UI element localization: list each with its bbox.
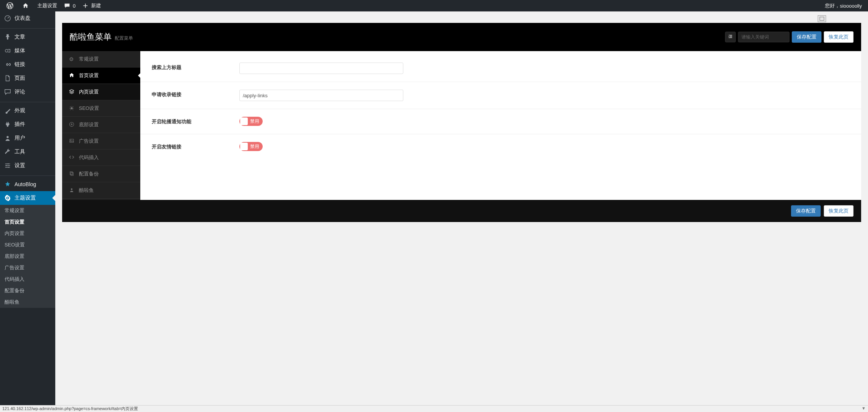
menu-comments[interactable]: 评论 xyxy=(0,85,55,99)
field-search-title-label: 搜索上方标题 xyxy=(152,63,239,74)
nav-coolfish[interactable]: 酷啦鱼 xyxy=(62,182,140,199)
options-title: 酷啦鱼菜单 xyxy=(70,31,112,43)
wp-adminbar: 主题设置 0 新建 您好， siooooolly xyxy=(0,0,868,11)
submenu-inner[interactable]: 内页设置 xyxy=(0,228,55,239)
submenu-general[interactable]: 常规设置 xyxy=(0,205,55,216)
enable-friendlinks-toggle[interactable]: 禁用 xyxy=(239,142,263,151)
expand-all-button[interactable] xyxy=(725,32,736,42)
person-icon xyxy=(69,187,75,194)
nav-ads[interactable]: 广告设置 xyxy=(62,133,140,150)
save-button-bottom[interactable]: 保存配置 xyxy=(791,205,821,217)
menu-dashboard[interactable]: 仪表盘 xyxy=(0,11,55,25)
nav-footer[interactable]: 底部设置 xyxy=(62,117,140,133)
menu-media[interactable]: 媒体 xyxy=(0,44,55,58)
indent-icon xyxy=(728,34,733,40)
nav-code[interactable]: 代码插入 xyxy=(62,150,140,166)
scroll-indicator: ▼ xyxy=(862,406,866,412)
nav-inner-label: 内页设置 xyxy=(79,89,99,95)
home-icon xyxy=(22,2,29,10)
options-content: 搜索上方标题 申请收录链接 开启轮播通知功能 禁用 xyxy=(140,51,861,200)
submenu-footer[interactable]: 底部设置 xyxy=(0,251,55,262)
nav-home[interactable]: 首页设置 xyxy=(62,68,140,84)
menu-theme-options-label: 主题设置 xyxy=(14,195,36,201)
media-icon xyxy=(4,47,11,55)
svg-point-6 xyxy=(71,107,73,109)
menu-settings[interactable]: 设置 xyxy=(0,159,55,172)
options-nav: ⚙常规设置 首页设置 内页设置 SEO设置 底部设置 广告设置 代码插入 配置备… xyxy=(62,51,140,200)
toggle-state-label: 禁用 xyxy=(248,143,262,150)
submenu-home[interactable]: 首页设置 xyxy=(0,216,55,228)
pin-icon xyxy=(4,33,11,41)
field-search-title: 搜索上方标题 xyxy=(140,55,861,82)
nav-backup-label: 配置备份 xyxy=(79,171,99,177)
menu-pages[interactable]: 页面 xyxy=(0,71,55,85)
wp-admin-sidebar: 仪表盘 文章 媒体 链接 页面 评论 外观 插件 用户 工具 设置 AutoBl… xyxy=(0,11,55,412)
svg-point-3 xyxy=(8,163,9,164)
menu-appearance[interactable]: 外观 xyxy=(0,104,55,117)
nav-general[interactable]: ⚙常规设置 xyxy=(62,51,140,68)
menu-users-label: 用户 xyxy=(14,135,25,142)
menu-appearance-label: 外观 xyxy=(14,107,25,114)
field-enable-friendlinks: 开启友情链接 禁用 xyxy=(140,134,861,159)
menu-autoblog[interactable]: AutoBlog xyxy=(0,177,55,191)
menu-theme-options[interactable]: 主题设置 xyxy=(0,191,55,205)
nav-backup[interactable]: 配置备份 xyxy=(62,166,140,182)
nav-seo[interactable]: SEO设置 xyxy=(62,100,140,117)
theme-options-submenu: 常规设置 首页设置 内页设置 SEO设置 底部设置 广告设置 代码插入 配置备份… xyxy=(0,205,55,308)
site-home[interactable] xyxy=(19,0,34,11)
options-header: 酷啦鱼菜单 配置菜单 保存配置 恢复此页 xyxy=(62,23,861,51)
submenu-seo[interactable]: SEO设置 xyxy=(0,239,55,251)
menu-separator xyxy=(0,27,55,29)
wordpress-icon xyxy=(6,2,14,10)
nav-footer-label: 底部设置 xyxy=(79,121,99,128)
menu-plugins[interactable]: 插件 xyxy=(0,117,55,131)
menu-comments-label: 评论 xyxy=(14,89,25,95)
nav-seo-label: SEO设置 xyxy=(79,105,99,112)
save-button-top[interactable]: 保存配置 xyxy=(792,31,821,43)
submenu-coolfish[interactable]: 酷啦鱼 xyxy=(0,296,55,308)
svg-point-2 xyxy=(6,136,8,138)
svg-point-5 xyxy=(8,167,10,168)
options-search-input[interactable] xyxy=(738,32,789,42)
greeting-username: siooooolly xyxy=(840,3,862,9)
reset-button-bottom[interactable]: 恢复此页 xyxy=(824,205,854,217)
nav-general-label: 常规设置 xyxy=(79,56,99,63)
apply-link-input[interactable] xyxy=(239,90,403,101)
brush-icon xyxy=(4,107,11,114)
search-title-input[interactable] xyxy=(239,63,403,74)
toggle-knob xyxy=(240,117,248,125)
adminbar-comments[interactable]: 0 xyxy=(60,0,79,11)
adminbar-theme-settings-label: 主题设置 xyxy=(37,2,57,9)
nav-inner[interactable]: 内页设置 xyxy=(62,84,140,100)
wp-logo[interactable] xyxy=(3,0,19,11)
menu-tools[interactable]: 工具 xyxy=(0,145,55,159)
download-icon xyxy=(69,122,75,128)
field-enable-carousel: 开启轮播通知功能 禁用 xyxy=(140,109,861,134)
plus-icon xyxy=(82,2,89,10)
adminbar-new[interactable]: 新建 xyxy=(79,0,104,11)
svg-rect-11 xyxy=(71,172,73,175)
content-area: 酷啦鱼菜单 配置菜单 保存配置 恢复此页 ⚙常规设置 首页设置 内页设置 xyxy=(55,11,868,412)
submenu-code[interactable]: 代码插入 xyxy=(0,274,55,285)
copy-icon xyxy=(69,171,75,177)
layers-icon xyxy=(69,89,75,95)
enable-carousel-toggle[interactable]: 禁用 xyxy=(239,117,263,126)
nav-home-label: 首页设置 xyxy=(79,72,99,79)
gear-icon xyxy=(4,194,11,202)
menu-links[interactable]: 链接 xyxy=(0,58,55,71)
menu-media-label: 媒体 xyxy=(14,47,25,54)
comments-icon xyxy=(4,88,11,96)
menu-users[interactable]: 用户 xyxy=(0,131,55,145)
home-icon xyxy=(69,72,75,79)
menu-posts[interactable]: 文章 xyxy=(0,30,55,44)
comment-count: 0 xyxy=(73,3,75,9)
field-enable-carousel-label: 开启轮播通知功能 xyxy=(152,117,239,126)
adminbar-theme-settings[interactable]: 主题设置 xyxy=(34,0,60,11)
menu-pages-label: 页面 xyxy=(14,75,25,82)
code-icon xyxy=(69,154,75,161)
menu-posts-label: 文章 xyxy=(14,34,25,40)
submenu-ads[interactable]: 广告设置 xyxy=(0,262,55,274)
reset-button-top[interactable]: 恢复此页 xyxy=(824,31,854,43)
submenu-backup[interactable]: 配置备份 xyxy=(0,285,55,296)
adminbar-greeting[interactable]: 您好， siooooolly xyxy=(822,0,865,11)
